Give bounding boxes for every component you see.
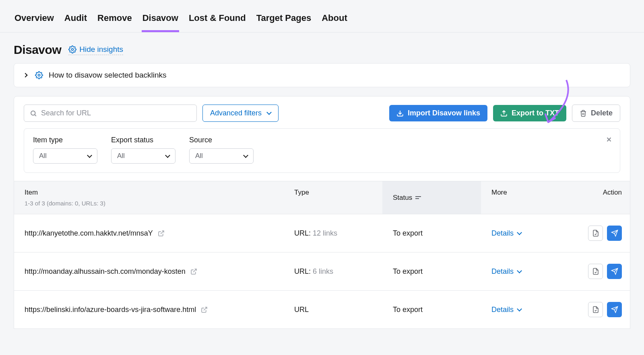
send-button[interactable] — [607, 226, 622, 241]
external-link-icon[interactable] — [158, 230, 165, 237]
url-text: https://belinski.info/azure-boards-vs-ji… — [25, 306, 196, 314]
gear-icon — [68, 45, 76, 53]
page-title: Disavow — [14, 43, 61, 57]
type-label: URL: — [294, 267, 311, 275]
details-link[interactable]: Details — [491, 306, 521, 314]
action-cell — [578, 252, 632, 290]
send-button[interactable] — [607, 264, 622, 279]
filter-label: Export status — [111, 136, 175, 144]
details-link[interactable]: Details — [491, 229, 521, 238]
more-cell: Details — [481, 294, 578, 325]
import-button[interactable]: Import Disavow links — [389, 105, 487, 121]
close-icon — [605, 136, 613, 143]
tab-disavow[interactable]: Disavow — [142, 8, 179, 32]
select-value: All — [39, 152, 47, 160]
type-count: 12 links — [313, 229, 337, 237]
url-text: http://moanday.alhussain-sch.com/monday-… — [25, 267, 186, 276]
svg-line-11 — [193, 269, 196, 272]
th-status-label: Status — [393, 194, 412, 202]
tab-lost-found[interactable]: Lost & Found — [188, 8, 247, 32]
upload-icon — [500, 110, 508, 117]
send-icon — [611, 306, 618, 313]
table-row: https://belinski.info/azure-boards-vs-ji… — [14, 291, 630, 329]
controls-panel: Advanced filters Import Disavow links Ex… — [14, 96, 630, 181]
send-icon — [611, 268, 618, 275]
select-value: All — [117, 152, 125, 160]
tab-audit[interactable]: Audit — [64, 8, 88, 32]
delete-label: Delete — [591, 109, 613, 117]
th-action: Action — [578, 181, 632, 214]
note-icon — [592, 306, 599, 313]
sort-icon — [415, 195, 421, 200]
send-button[interactable] — [607, 302, 622, 317]
action-cell — [578, 291, 632, 328]
th-more[interactable]: More — [481, 181, 578, 214]
details-label: Details — [491, 229, 514, 238]
th-item-label: Item — [25, 189, 273, 197]
select-value: All — [195, 152, 203, 160]
chevron-down-icon — [266, 110, 272, 115]
details-label: Details — [491, 267, 514, 276]
export-button[interactable]: Export to TXT — [493, 105, 566, 121]
external-link-icon[interactable] — [190, 268, 197, 275]
url-cell: http://kanyetothe.com.hakktv.net/mnsaY — [14, 218, 284, 249]
status-cell: To export — [382, 294, 481, 325]
filter-item-type: Item type All — [33, 136, 97, 164]
chevron-down-icon — [517, 306, 522, 312]
search-input[interactable] — [41, 109, 191, 117]
svg-line-3 — [35, 115, 36, 116]
tab-target-pages[interactable]: Target Pages — [256, 8, 312, 32]
gear-icon — [35, 71, 43, 79]
th-status[interactable]: Status — [382, 181, 481, 214]
filter-source: Source All — [189, 136, 254, 164]
note-button[interactable] — [588, 302, 603, 317]
type-cell: URL — [284, 294, 382, 325]
advanced-filters-button[interactable]: Advanced filters — [202, 105, 279, 122]
external-link-icon[interactable] — [201, 306, 208, 313]
type-cell: URL: 12 links — [284, 218, 382, 249]
note-button[interactable] — [588, 264, 603, 279]
table-row: http://kanyetothe.com.hakktv.net/mnsaY U… — [14, 214, 630, 252]
item-type-select[interactable]: All — [33, 148, 97, 164]
help-panel[interactable]: How to disavow selected backlinks — [14, 63, 630, 87]
type-count: 6 links — [313, 267, 333, 275]
search-icon — [30, 110, 37, 117]
details-label: Details — [491, 306, 514, 314]
table-row: http://moanday.alhussain-sch.com/monday-… — [14, 252, 630, 291]
tab-about[interactable]: About — [321, 8, 348, 32]
status-cell: To export — [382, 218, 481, 249]
export-label: Export to TXT — [512, 109, 559, 117]
note-icon — [592, 230, 599, 237]
details-link[interactable]: Details — [491, 267, 521, 276]
send-icon — [611, 230, 618, 237]
chevron-right-icon — [23, 73, 27, 77]
tab-remove[interactable]: Remove — [97, 8, 133, 32]
more-cell: Details — [481, 256, 578, 287]
type-cell: URL: 6 links — [284, 256, 382, 287]
url-text: http://kanyetothe.com.hakktv.net/mnsaY — [25, 229, 153, 238]
table-header: Item 1-3 of 3 (domains: 0, URLs: 3) Type… — [14, 181, 630, 214]
action-cell — [578, 214, 632, 252]
filter-label: Item type — [33, 136, 97, 144]
trash-icon — [580, 110, 587, 117]
th-type[interactable]: Type — [284, 181, 382, 214]
more-cell: Details — [481, 218, 578, 249]
note-button[interactable] — [588, 226, 603, 241]
type-label: URL — [294, 306, 309, 314]
export-status-select[interactable]: All — [111, 148, 175, 164]
svg-point-2 — [31, 111, 35, 115]
note-icon — [592, 268, 599, 275]
th-item-sub: 1-3 of 3 (domains: 0, URLs: 3) — [25, 200, 273, 207]
th-item[interactable]: Item 1-3 of 3 (domains: 0, URLs: 3) — [14, 181, 284, 214]
type-label: URL: — [294, 229, 311, 237]
hide-insights-label: Hide insights — [79, 45, 123, 54]
delete-button[interactable]: Delete — [572, 105, 620, 122]
search-input-wrapper[interactable] — [24, 105, 197, 122]
close-filters-button[interactable] — [605, 136, 613, 143]
advanced-filters-label: Advanced filters — [210, 109, 262, 117]
import-label: Import Disavow links — [408, 109, 480, 117]
source-select[interactable]: All — [189, 148, 254, 164]
tab-overview[interactable]: Overview — [14, 8, 55, 32]
disavow-table: Item 1-3 of 3 (domains: 0, URLs: 3) Type… — [14, 181, 630, 329]
hide-insights-link[interactable]: Hide insights — [68, 45, 123, 55]
